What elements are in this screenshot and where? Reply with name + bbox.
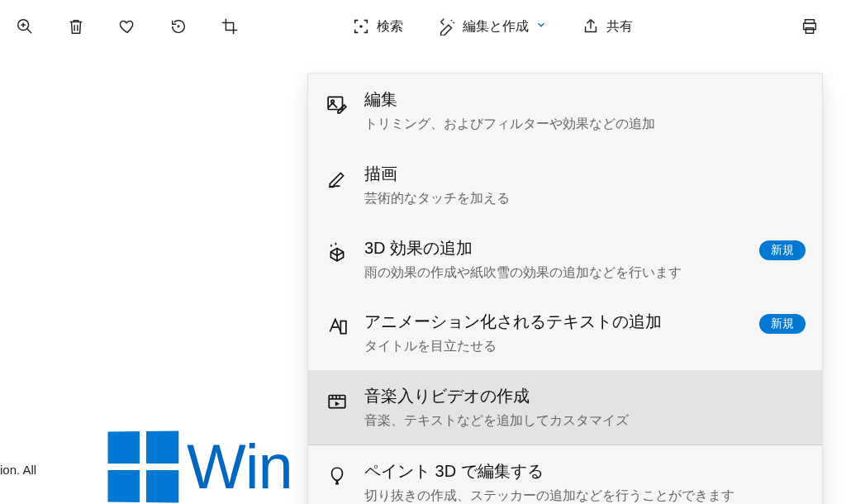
- menu-item-animated-text[interactable]: アニメーション化されるテキストの追加 タイトルを目立たせる 新規: [308, 296, 822, 370]
- delete-button[interactable]: [56, 7, 96, 46]
- crop-button[interactable]: [210, 7, 250, 46]
- share-icon: [582, 17, 600, 36]
- edit-create-button[interactable]: 編集と作成: [426, 7, 558, 46]
- photo-edit-icon: [325, 92, 349, 116]
- rotate-icon: [169, 17, 188, 36]
- menu-item-3d-effects[interactable]: 3D 効果の追加 雨の効果の作成や紙吹雪の効果の追加などを行います 新規: [308, 222, 822, 297]
- svg-rect-13: [806, 28, 813, 33]
- menu-item-title: 3D 効果の追加: [364, 237, 682, 259]
- menu-item-title: アニメーション化されるテキストの追加: [364, 311, 662, 333]
- svg-point-7: [359, 25, 363, 28]
- balloon-icon: [325, 464, 349, 488]
- menu-item-title: 描画: [364, 163, 510, 185]
- visual-search-icon: [352, 17, 370, 36]
- heart-icon: [118, 17, 136, 36]
- svg-line-1: [27, 29, 32, 34]
- windows-logo-tiles: [108, 431, 179, 503]
- toolbar: 検索 編集と作成 共有: [0, 0, 846, 53]
- new-badge: 新規: [759, 314, 806, 334]
- svg-rect-17: [340, 321, 346, 334]
- svg-rect-18: [329, 396, 345, 408]
- edit-create-menu: 編集 トリミング、およびフィルターや効果などの追加 描画 芸術的なタッチを加える…: [307, 73, 823, 504]
- caption-text: ion. All: [0, 463, 36, 477]
- zoom-button[interactable]: [5, 7, 45, 46]
- rotate-button[interactable]: [159, 7, 198, 46]
- svg-point-9: [453, 22, 454, 24]
- draw-icon: [325, 166, 349, 191]
- film-icon: [325, 388, 349, 413]
- menu-item-desc: トリミング、およびフィルターや効果などの追加: [364, 116, 655, 133]
- share-button[interactable]: 共有: [570, 7, 644, 46]
- menu-item-desc: 切り抜きの作成、ステッカーの追加などを行うことができます: [364, 487, 734, 504]
- cube-sparkle-icon: [325, 240, 349, 265]
- print-icon: [801, 17, 819, 36]
- trash-icon: [67, 17, 85, 36]
- menu-item-title: 編集: [364, 88, 655, 111]
- zoom-in-icon: [16, 17, 34, 36]
- menu-item-desc: 音楽、テキストなどを追加してカスタマイズ: [364, 412, 629, 430]
- new-badge: 新規: [759, 240, 806, 260]
- share-label: 共有: [606, 18, 633, 36]
- search-button[interactable]: 検索: [340, 7, 415, 46]
- svg-rect-14: [328, 97, 342, 109]
- menu-item-desc: タイトルを目立たせる: [364, 338, 662, 355]
- search-label: 検索: [377, 18, 403, 36]
- crop-icon: [221, 17, 239, 36]
- menu-item-title: 音楽入りビデオの作成: [364, 385, 629, 407]
- print-button[interactable]: [790, 7, 829, 46]
- svg-marker-23: [335, 402, 340, 406]
- text-a-icon: [325, 314, 349, 339]
- edit-create-label: 編集と作成: [463, 18, 529, 36]
- windows-logo-text: Win: [187, 435, 292, 498]
- favorite-button[interactable]: [107, 7, 147, 46]
- svg-point-6: [178, 26, 180, 28]
- windows-logo: Win: [107, 431, 292, 502]
- menu-item-music-video[interactable]: 音楽入りビデオの作成 音楽、テキストなどを追加してカスタマイズ: [308, 370, 822, 445]
- canvas: ion. All Win 編集 トリミング、およびフィルターや効果などの追加 描…: [0, 53, 846, 504]
- edit-create-icon: [438, 17, 456, 36]
- menu-item-edit[interactable]: 編集 トリミング、およびフィルターや効果などの追加: [308, 74, 822, 148]
- menu-item-desc: 雨の効果の作成や紙吹雪の効果の追加などを行います: [364, 264, 682, 282]
- menu-item-title: ペイント 3D で編集する: [364, 460, 734, 483]
- menu-item-desc: 芸術的なタッチを加える: [364, 190, 510, 207]
- chevron-down-icon: [535, 19, 547, 34]
- menu-item-paint3d[interactable]: ペイント 3D で編集する 切り抜きの作成、ステッカーの追加などを行うことができ…: [308, 445, 822, 504]
- menu-item-draw[interactable]: 描画 芸術的なタッチを加える: [308, 148, 822, 222]
- svg-point-8: [451, 20, 453, 21]
